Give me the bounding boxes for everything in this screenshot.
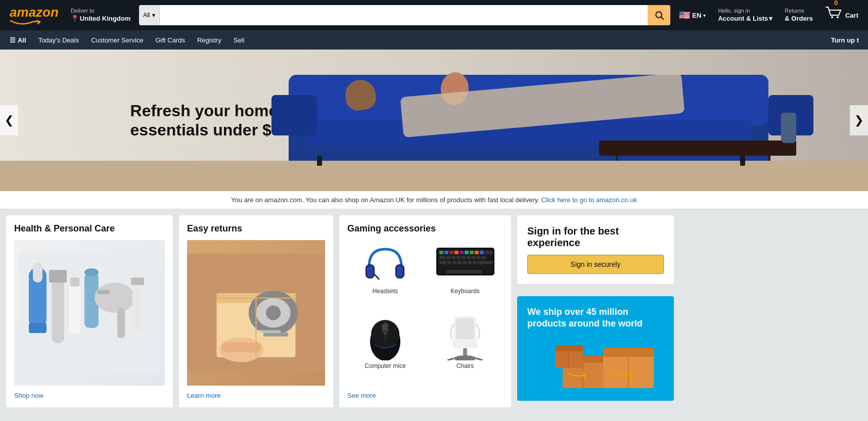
prev-arrow-icon: ❮	[5, 114, 14, 127]
svg-rect-44	[470, 251, 474, 254]
svg-point-24	[266, 305, 281, 320]
chair-svg	[445, 315, 485, 360]
svg-rect-60	[458, 261, 462, 264]
svg-point-3	[837, 16, 839, 18]
svg-rect-15	[117, 308, 125, 338]
svg-rect-27	[221, 343, 261, 353]
health-card: Health & Personal Care	[6, 215, 173, 407]
flag-icon: 🇺🇸	[679, 10, 690, 21]
svg-rect-64	[478, 261, 493, 264]
svg-rect-49	[446, 256, 450, 259]
search-category-dropdown[interactable]: All ▾	[139, 5, 159, 25]
svg-rect-48	[439, 256, 445, 259]
keyboard-svg	[436, 248, 494, 278]
nav-registry-label: Registry	[197, 36, 221, 44]
svg-line-79	[454, 360, 458, 361]
svg-line-80	[473, 360, 476, 361]
nav-item-sell[interactable]: Sell	[228, 33, 250, 48]
returns-card-title: Easy returns	[187, 223, 325, 234]
svg-rect-41	[454, 251, 459, 254]
health-card-image[interactable]	[14, 240, 165, 386]
nav-all-label: All	[18, 36, 26, 44]
nav-item-registry[interactable]: Registry	[192, 33, 227, 48]
nav-item-all[interactable]: ☰ All	[4, 33, 32, 48]
gaming-grid: Headsets	[347, 240, 503, 386]
chevron-down-icon: ▾	[152, 12, 155, 19]
cart[interactable]: 0 Cart	[821, 4, 862, 27]
hero-sofa	[260, 50, 825, 161]
keyboard-label: Keyboards	[450, 288, 479, 295]
hello-text: Hello, sign in	[718, 7, 772, 14]
svg-rect-17	[132, 283, 143, 333]
gaming-card-title: Gaming accessories	[347, 223, 503, 234]
signin-title: Sign in for the best experience	[527, 225, 664, 249]
signin-button[interactable]: Sign in securely	[527, 255, 664, 274]
hamburger-icon: ☰	[10, 36, 16, 44]
lang-label: EN	[692, 12, 701, 19]
deliver-to[interactable]: Deliver to 📍 United Kingdom	[67, 5, 134, 25]
svg-line-77	[447, 358, 454, 360]
cards-section: Health & Personal Care	[0, 209, 868, 413]
health-products-svg	[19, 252, 160, 373]
nav-bar: ☰ All Today's Deals Customer Service Gif…	[0, 30, 868, 50]
svg-rect-47	[485, 251, 493, 254]
svg-rect-39	[444, 251, 448, 254]
svg-rect-57	[439, 261, 446, 264]
cart-count: 0	[834, 0, 838, 7]
svg-rect-74	[452, 339, 478, 348]
hero-image: Refresh your home with essentials under …	[0, 50, 868, 191]
returns-card: Easy returns	[179, 215, 333, 407]
account-chevron-icon: ▾	[769, 15, 772, 23]
gaming-chairs[interactable]: Chairs	[427, 315, 503, 386]
svg-rect-56	[482, 256, 486, 259]
amazon-logo[interactable]: amazon	[6, 3, 62, 27]
nav-item-todays-deals[interactable]: Today's Deals	[33, 33, 85, 48]
nav-gift-cards-label: Gift Cards	[155, 36, 185, 44]
returns-top: Returns	[785, 7, 813, 14]
svg-rect-40	[449, 251, 453, 254]
svg-point-2	[831, 16, 833, 18]
nav-item-customer-service[interactable]: Customer Service	[85, 33, 149, 48]
svg-rect-9	[49, 270, 67, 283]
svg-rect-55	[477, 256, 481, 259]
gaming-headsets[interactable]: Headsets	[347, 240, 423, 311]
nav-sell-label: Sell	[234, 36, 245, 44]
gaming-keyboards[interactable]: Keyboards	[427, 240, 503, 311]
svg-rect-10	[69, 283, 80, 333]
returns-card-link[interactable]: Learn more	[187, 392, 325, 399]
uk-banner-text: You are on amazon.com. You can also shop…	[231, 196, 539, 204]
svg-line-1	[661, 17, 664, 20]
svg-rect-52	[462, 256, 466, 259]
language-selector[interactable]: 🇺🇸 EN ▾	[675, 7, 709, 23]
search-input[interactable]	[160, 5, 648, 25]
svg-rect-8	[52, 277, 64, 343]
svg-rect-18	[131, 277, 144, 285]
svg-rect-58	[447, 261, 451, 264]
svg-rect-46	[480, 251, 484, 254]
hero-next-button[interactable]: ❯	[850, 105, 868, 135]
svg-rect-34	[396, 265, 403, 277]
account-menu[interactable]: Hello, sign in Account & Lists ▾	[714, 5, 776, 25]
gaming-card-link[interactable]: See more	[347, 392, 503, 399]
mouse-svg	[367, 315, 404, 360]
gaming-mice[interactable]: Computer mice	[347, 315, 423, 386]
health-card-link[interactable]: Shop now	[14, 392, 165, 399]
ship-card[interactable]: We ship over 45 million products around …	[517, 296, 674, 401]
location-pin-icon: 📍	[71, 15, 79, 23]
svg-rect-65	[446, 270, 482, 273]
mouse-image	[347, 315, 423, 360]
svg-point-14	[95, 283, 135, 313]
cart-label: Cart	[845, 12, 858, 19]
nav-item-gift-cards[interactable]: Gift Cards	[150, 33, 191, 48]
signin-wrap: Sign in for the best experience Sign in …	[527, 225, 664, 274]
svg-rect-25	[263, 333, 288, 337]
search-button[interactable]	[648, 5, 670, 25]
returns-orders[interactable]: Returns & Orders	[781, 5, 816, 25]
mouse-label: Computer mice	[364, 362, 405, 369]
boxes-svg	[553, 335, 664, 391]
search-category-label: All	[143, 12, 150, 19]
hero-prev-button[interactable]: ❮	[0, 105, 18, 135]
uk-redirect-link[interactable]: Click here to go to amazon.co.uk	[541, 196, 637, 204]
headset-label: Headsets	[373, 288, 398, 295]
returns-card-image[interactable]	[187, 240, 325, 386]
